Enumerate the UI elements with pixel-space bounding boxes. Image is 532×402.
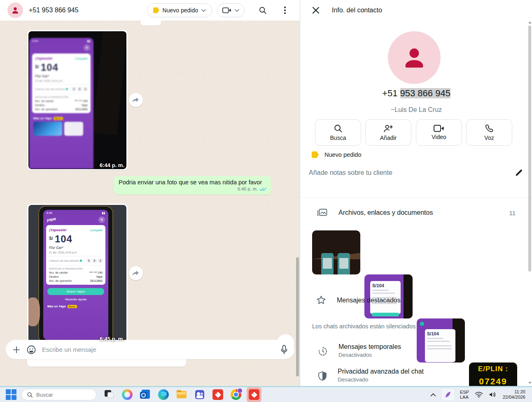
forward-icon bbox=[132, 97, 140, 103]
setting-title: Privacidad avanzada del chat bbox=[338, 368, 424, 375]
search-icon bbox=[334, 124, 343, 133]
video-call-dropdown[interactable] bbox=[217, 3, 245, 17]
tray-feather-app-icon[interactable] bbox=[442, 389, 454, 400]
close-icon[interactable] bbox=[312, 7, 320, 14]
outgoing-message[interactable]: Podria enviar una foto que se vea mas ni… bbox=[114, 176, 271, 195]
red-diamond-app-icon[interactable] bbox=[212, 389, 223, 400]
media-links-docs-row[interactable]: Archivos, enlaces y documentos 11 bbox=[317, 208, 516, 218]
microphone-icon[interactable] bbox=[280, 345, 288, 355]
start-button[interactable] bbox=[6, 389, 16, 400]
message-input[interactable] bbox=[42, 346, 275, 353]
task-view-icon[interactable] bbox=[104, 389, 114, 400]
archived-chats-note: Los chats archivados están silenciados bbox=[312, 323, 415, 330]
scrollbar-down-arrow[interactable] bbox=[528, 382, 532, 384]
yape-close-icon: ✕ bbox=[84, 44, 90, 51]
forward-message-button[interactable] bbox=[129, 266, 143, 280]
attach-plus-icon[interactable] bbox=[12, 346, 21, 354]
scrollbar-up-arrow[interactable] bbox=[528, 21, 532, 23]
yape-payee: Flor Gar* bbox=[49, 246, 103, 250]
yape-close-icon: ✕ bbox=[98, 216, 105, 223]
taskbar-clock[interactable]: 11:20 22/04/2026 bbox=[503, 389, 525, 400]
incoming-photo-message-1[interactable]: 6:44▮▮ ✕ ¡Yapeaste! Compartir S/ 104 Flo… bbox=[27, 30, 128, 170]
windows-taskbar: ESP LAA 11:20 22/04/2026 bbox=[0, 387, 532, 402]
order-label-dropdown[interactable]: Nuevo pedido bbox=[147, 3, 212, 17]
active-red-diamond-app-icon[interactable] bbox=[249, 389, 259, 400]
chevron-down-icon bbox=[201, 9, 206, 12]
forward-message-button[interactable] bbox=[129, 93, 143, 107]
video-call-button[interactable]: Video bbox=[416, 119, 462, 146]
yape-share-link: Compartir bbox=[90, 229, 103, 232]
order-label-row[interactable]: Nuevo pedido bbox=[312, 151, 362, 158]
message-text: Podria enviar una foto que se vea mas ni… bbox=[119, 179, 262, 186]
info-panel-header: Info. del contacto bbox=[301, 0, 532, 21]
order-label-text: Nuevo pedido bbox=[324, 151, 362, 158]
phone-digits-selected: 953 866 945 bbox=[400, 88, 450, 98]
yape-date: 21 abr. 2026 | 6:44 p.m. bbox=[35, 79, 88, 85]
voice-call-button[interactable]: Voz bbox=[466, 119, 512, 146]
pencil-icon[interactable] bbox=[515, 169, 523, 177]
yape-status-time: 6:44 bbox=[33, 40, 38, 43]
contact-avatar[interactable] bbox=[7, 2, 23, 18]
panel-scrollbar[interactable] bbox=[528, 26, 531, 272]
starred-label: Mensajes destacados bbox=[337, 297, 401, 304]
message-list[interactable]: 6:44▮▮ ✕ ¡Yapeaste! Compartir S/ 104 Flo… bbox=[0, 21, 300, 386]
video-camera-icon bbox=[222, 7, 231, 14]
chat-contact-name[interactable]: +51 953 866 945 bbox=[29, 7, 79, 14]
search-icon bbox=[27, 392, 33, 398]
chat-header: +51 953 866 945 Nuevo pedido bbox=[0, 0, 300, 21]
video-camera-icon bbox=[434, 125, 444, 132]
kebab-menu-icon bbox=[284, 7, 286, 14]
language-indicator[interactable]: ESP LAA bbox=[460, 390, 469, 400]
media-thumbnail-box-bottles[interactable] bbox=[312, 230, 360, 274]
teams-icon[interactable] bbox=[194, 389, 205, 400]
yape-logo: yape bbox=[43, 214, 56, 223]
media-label: Archivos, enlaces y documentos bbox=[338, 209, 498, 216]
contact-phone[interactable]: +51 953 866 945 bbox=[301, 88, 532, 99]
message-time: 6:44 p. m. bbox=[100, 162, 124, 168]
star-icon bbox=[316, 295, 326, 305]
disappearing-messages-row[interactable]: Mensajes temporales Desactivados bbox=[318, 343, 516, 358]
file-explorer-icon[interactable] bbox=[176, 389, 187, 400]
tray-chevron-up-icon[interactable] bbox=[430, 393, 436, 397]
photo-yape-sharp[interactable]: 6:45▮▮ ✕ yape ¡Yapeaste! Compartir S/ 10… bbox=[28, 205, 126, 343]
volume-icon[interactable] bbox=[489, 391, 497, 398]
edge-icon[interactable] bbox=[158, 389, 169, 400]
search-in-chat-button[interactable] bbox=[255, 3, 270, 18]
panel-title: Info. del contacto bbox=[332, 7, 382, 14]
customer-notes-row[interactable]: Añade notas sobre tu cliente bbox=[309, 169, 523, 177]
yape-date: 21 abr. 2026 | 6:44 p.m. bbox=[49, 251, 103, 256]
outlook-icon[interactable] bbox=[140, 389, 151, 400]
yape-title: ¡Yapeaste! bbox=[35, 56, 53, 60]
photo-yape-blurry[interactable]: 6:44▮▮ ✕ ¡Yapeaste! Compartir S/ 104 Flo… bbox=[28, 31, 126, 169]
composer-bar bbox=[6, 340, 294, 359]
taskbar-search-input[interactable] bbox=[36, 392, 86, 398]
system-tray: ESP LAA 11:20 22/04/2026 bbox=[430, 389, 532, 400]
chevron-down-icon bbox=[235, 9, 239, 12]
person-add-icon bbox=[383, 124, 393, 133]
copilot-icon[interactable] bbox=[122, 389, 133, 400]
read-receipt-icon bbox=[259, 187, 267, 191]
media-icon bbox=[317, 208, 328, 218]
contact-avatar-large[interactable] bbox=[388, 31, 441, 84]
chat-menu-button[interactable] bbox=[278, 3, 292, 18]
forward-icon bbox=[132, 270, 140, 277]
taskbar-search[interactable] bbox=[21, 389, 96, 400]
label-tag-icon bbox=[312, 151, 319, 158]
order-label-text: Nuevo pedido bbox=[163, 7, 198, 14]
contact-info-panel: Info. del contacto +51 953 866 945 ~Luis… bbox=[301, 0, 532, 386]
notes-placeholder: Añade notas sobre tu cliente bbox=[309, 169, 392, 177]
incoming-photo-message-2[interactable]: 6:45▮▮ ✕ yape ¡Yapeaste! Compartir S/ 10… bbox=[27, 204, 128, 344]
wifi-icon[interactable] bbox=[475, 391, 483, 398]
chat-scrollbar[interactable] bbox=[296, 257, 299, 376]
shield-icon bbox=[318, 371, 327, 381]
yape-title: ¡Yapeaste! bbox=[49, 228, 67, 232]
whatsapp-window: +51 953 866 945 Nuevo pedido bbox=[0, 0, 532, 386]
message-time: 6:45 p. m. bbox=[238, 186, 258, 191]
search-action-button[interactable]: Busca bbox=[315, 119, 361, 146]
emoji-icon[interactable] bbox=[26, 345, 36, 355]
chrome-icon[interactable] bbox=[231, 389, 241, 400]
yape-help-link: Necesito ayuda bbox=[43, 297, 108, 301]
starred-messages-row[interactable]: Mensajes destacados bbox=[316, 295, 516, 305]
advanced-privacy-row[interactable]: Privacidad avanzada del chat Desactivado bbox=[318, 368, 516, 383]
add-contact-button[interactable]: Añadir bbox=[365, 119, 411, 146]
